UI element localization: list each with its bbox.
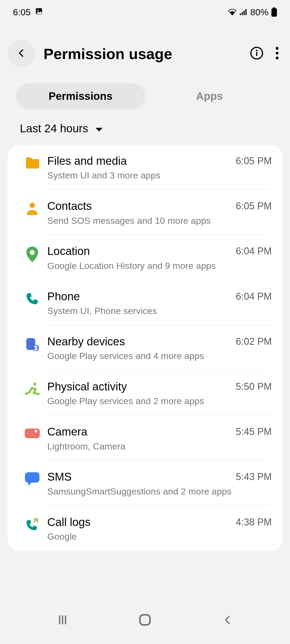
- row-sub: Google Play services and 2 more apps: [47, 396, 272, 407]
- status-right: 80%: [228, 7, 277, 17]
- row-sub: Google: [47, 531, 272, 542]
- tabs: Permissions Apps: [0, 78, 290, 112]
- svg-rect-25: [140, 615, 150, 625]
- svg-rect-21: [25, 472, 39, 482]
- svg-rect-10: [256, 52, 257, 56]
- call-log-icon: [17, 515, 47, 532]
- row-title: Call logs: [47, 515, 90, 529]
- svg-rect-4: [244, 10, 245, 15]
- row-sub: Google Play services and 4 more apps: [47, 350, 272, 361]
- row-time: 4:38 PM: [236, 515, 272, 528]
- svg-point-12: [276, 52, 278, 54]
- row-location[interactable]: Location 6:04 PM Google Location History…: [8, 235, 282, 280]
- nearby-devices-icon: [17, 335, 47, 351]
- recents-icon: [57, 614, 68, 626]
- svg-point-15: [30, 250, 35, 255]
- row-time: 6:04 PM: [236, 290, 272, 302]
- row-sub: Send SOS messages and 10 more apps: [47, 215, 272, 226]
- row-phone[interactable]: Phone 6:04 PM System UI, Phone services: [8, 281, 282, 326]
- row-title: Contacts: [47, 199, 92, 213]
- row-title: Location: [47, 244, 90, 258]
- camera-icon: [17, 425, 47, 438]
- info-button[interactable]: [250, 46, 264, 61]
- status-left: 6:05: [13, 7, 43, 17]
- svg-point-14: [30, 203, 35, 208]
- phone-icon: [17, 290, 47, 305]
- more-vert-icon: [276, 47, 279, 60]
- sms-icon: [17, 470, 47, 486]
- chevron-down-icon: [95, 122, 103, 135]
- svg-rect-2: [240, 14, 241, 15]
- svg-point-20: [35, 430, 37, 433]
- row-sms[interactable]: SMS 5:43 PM SamsungSmartSuggestions and …: [8, 461, 282, 506]
- row-sub: System UI and 3 more apps: [47, 170, 272, 181]
- more-button[interactable]: [276, 47, 279, 61]
- location-pin-icon: [17, 244, 47, 262]
- row-title: Camera: [47, 425, 87, 438]
- row-nearby-devices[interactable]: Nearby devices 6:02 PM Google Play servi…: [8, 326, 282, 371]
- nav-back[interactable]: [219, 612, 235, 628]
- row-title: Files and media: [47, 154, 127, 168]
- svg-point-13: [276, 57, 278, 59]
- folder-icon: [17, 154, 47, 169]
- tab-apps[interactable]: Apps: [145, 83, 274, 109]
- row-sub: SamsungSmartSuggestions and 2 more apps: [47, 486, 272, 497]
- running-icon: [17, 380, 47, 395]
- svg-point-9: [256, 50, 258, 51]
- row-time: 6:05 PM: [236, 199, 272, 212]
- row-contacts[interactable]: Contacts 6:05 PM Send SOS messages and 1…: [8, 190, 282, 235]
- header-actions: [250, 46, 282, 61]
- signal-icon: [240, 8, 248, 16]
- status-time: 6:05: [13, 7, 31, 17]
- time-filter[interactable]: Last 24 hours: [0, 112, 290, 145]
- row-title: Nearby devices: [47, 335, 125, 348]
- status-bar: 6:05 80%: [0, 0, 290, 24]
- svg-point-18: [33, 383, 36, 386]
- battery-icon: [271, 8, 277, 17]
- page-title: Permission usage: [44, 45, 250, 63]
- tab-permissions[interactable]: Permissions: [16, 83, 145, 109]
- svg-point-1: [37, 9, 39, 11]
- row-title: Phone: [47, 290, 80, 303]
- svg-rect-19: [25, 429, 40, 438]
- row-call-logs[interactable]: Call logs 4:38 PM Google: [8, 506, 282, 551]
- row-sub: Lightroom, Camera: [47, 441, 272, 452]
- wifi-icon: [228, 8, 237, 16]
- nav-home[interactable]: [137, 612, 153, 628]
- header: Permission usage: [0, 24, 290, 78]
- chevron-left-icon: [17, 48, 26, 60]
- back-button[interactable]: [8, 40, 35, 67]
- row-sub: Google Location History and 9 more apps: [47, 260, 272, 271]
- home-icon: [138, 613, 152, 627]
- svg-rect-6: [273, 8, 276, 8]
- chevron-left-icon: [222, 614, 233, 626]
- row-time: 5:45 PM: [236, 425, 272, 437]
- nav-recents[interactable]: [55, 612, 71, 628]
- tab-apps-label: Apps: [196, 90, 223, 102]
- row-camera[interactable]: Camera 5:45 PM Lightroom, Camera: [8, 416, 282, 461]
- tab-permissions-label: Permissions: [49, 90, 113, 102]
- info-icon: [250, 46, 264, 60]
- row-title: Physical activity: [47, 380, 127, 393]
- row-physical-activity[interactable]: Physical activity 5:50 PM Google Play se…: [8, 371, 282, 416]
- nav-bar: [0, 601, 290, 644]
- svg-rect-3: [242, 12, 243, 15]
- row-sub: System UI, Phone services: [47, 305, 272, 316]
- permission-list: Files and media 6:05 PM System UI and 3 …: [8, 145, 282, 551]
- svg-point-11: [276, 47, 278, 50]
- svg-rect-5: [245, 9, 247, 15]
- row-time: 5:50 PM: [236, 380, 272, 392]
- time-filter-label: Last 24 hours: [20, 122, 88, 135]
- row-title: SMS: [47, 470, 72, 484]
- row-time: 6:04 PM: [236, 244, 272, 257]
- row-time: 6:05 PM: [236, 154, 272, 167]
- person-icon: [17, 199, 47, 215]
- battery-percent: 80%: [250, 7, 269, 17]
- picture-indicator-icon: [35, 7, 43, 17]
- row-time: 5:43 PM: [236, 470, 272, 482]
- row-files-and-media[interactable]: Files and media 6:05 PM System UI and 3 …: [8, 145, 282, 190]
- svg-rect-7: [271, 8, 277, 17]
- row-time: 6:02 PM: [236, 335, 272, 347]
